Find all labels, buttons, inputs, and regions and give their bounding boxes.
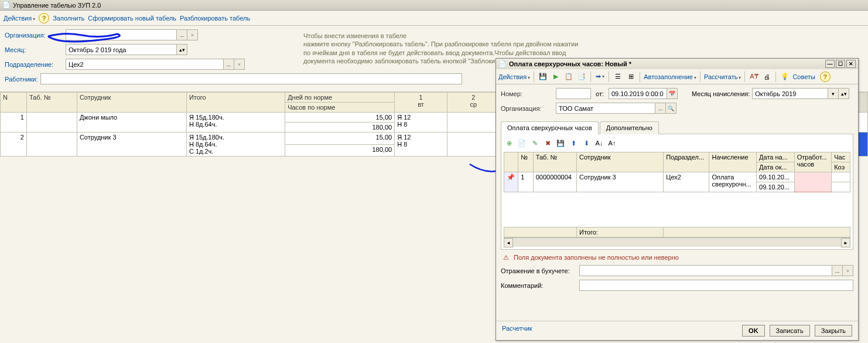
col-n[interactable]: N bbox=[1, 93, 27, 113]
disk-icon[interactable]: 💾 bbox=[555, 138, 566, 148]
grid-toolbar: ⊕ 📄 ✎ ✖ 💾 ⬆ ⬇ A↓ A↑ bbox=[504, 137, 850, 152]
acc-reflect-label: Отражение в бухучете: bbox=[501, 267, 577, 274]
dialog-title: Оплата сверхурочных часов: Новый * bbox=[509, 60, 631, 67]
workers-label: Работники: bbox=[5, 76, 38, 83]
unlock-button[interactable]: Разблокировать табель bbox=[180, 15, 250, 22]
dept-select-button[interactable]: ... bbox=[224, 59, 234, 70]
horizontal-scrollbar[interactable]: ◄ ► bbox=[504, 237, 850, 247]
dcol-date-to[interactable]: Дата ок... bbox=[757, 162, 795, 172]
col-total[interactable]: Итого bbox=[186, 93, 285, 113]
tab-main[interactable]: Оплата сверхурочных часов bbox=[501, 121, 599, 134]
dcol-emp[interactable]: Сотрудник bbox=[577, 152, 664, 172]
help-icon[interactable]: ? bbox=[39, 13, 49, 23]
dialog-toolbar: Действия 💾 ▶ 📋 📑 ➡ ☰ ⊞ Автозаполнение Ра… bbox=[496, 69, 858, 84]
month-spinner[interactable]: ▴▾ bbox=[177, 44, 187, 55]
post-icon[interactable]: ▶ bbox=[551, 72, 561, 82]
new-tabel-button[interactable]: Сформировать новый табель bbox=[88, 15, 176, 22]
tips-button[interactable]: Советы bbox=[792, 73, 815, 80]
struct-icon[interactable]: ⊞ bbox=[626, 72, 636, 82]
from-label: от: bbox=[596, 90, 604, 97]
basis-icon[interactable]: 📑 bbox=[576, 72, 587, 82]
dcol-dept[interactable]: Подраздел... bbox=[664, 152, 709, 172]
move-up-icon[interactable]: ⬆ bbox=[568, 138, 579, 148]
sort-desc-icon[interactable]: A↑ bbox=[607, 138, 617, 148]
accrual-spinner[interactable]: ▴▾ bbox=[839, 88, 849, 99]
num-input[interactable] bbox=[556, 88, 591, 99]
window-title: Управление табелью ЗУП 2.0 bbox=[13, 2, 101, 9]
dialog-org-select-button[interactable]: ... bbox=[655, 103, 666, 114]
move-down-icon[interactable]: ⬇ bbox=[581, 138, 592, 148]
overtime-grid[interactable]: № Таб. № Сотрудник Подраздел... Начислен… bbox=[504, 152, 850, 237]
row-marker-icon: 📌 bbox=[504, 172, 518, 192]
copy-row-icon[interactable]: 📄 bbox=[517, 138, 527, 148]
actions-menu[interactable]: Действия bbox=[4, 15, 35, 22]
comment-label: Комментарий: bbox=[501, 282, 577, 289]
dcol-date-from[interactable]: Дата на... bbox=[757, 152, 795, 162]
sort-asc-icon[interactable]: A↓ bbox=[594, 138, 604, 148]
close-button[interactable]: ✕ bbox=[846, 60, 856, 68]
footer-total-label: Итого: bbox=[577, 227, 664, 237]
calc-link[interactable]: Расчетчик bbox=[502, 325, 532, 337]
dept-input[interactable] bbox=[66, 59, 224, 70]
go-icon[interactable]: ➡ bbox=[594, 72, 605, 82]
dialog-org-input[interactable] bbox=[556, 103, 655, 114]
col-tab[interactable]: Таб. № bbox=[26, 93, 77, 113]
main-toolbar: Действия ? Заполнить Сформировать новый … bbox=[0, 11, 868, 26]
doc-icon: 📄 bbox=[498, 60, 507, 68]
dcol-n[interactable]: № bbox=[518, 152, 533, 172]
print-icon[interactable]: 🖨 bbox=[761, 72, 772, 82]
ok-button[interactable]: OK bbox=[742, 325, 765, 337]
dcol-hours[interactable]: Отработ... часов bbox=[794, 152, 832, 172]
dialog-title-bar[interactable]: 📄 Оплата сверхурочных часов: Новый * — ☐… bbox=[496, 59, 858, 69]
maximize-button[interactable]: ☐ bbox=[836, 60, 845, 68]
col-emp[interactable]: Сотрудник bbox=[77, 93, 186, 113]
minimize-button[interactable]: — bbox=[825, 60, 835, 68]
warning-icon: ⚠ bbox=[502, 253, 510, 262]
num-label: Номер: bbox=[501, 90, 553, 97]
scroll-right-icon[interactable]: ► bbox=[841, 238, 850, 247]
org-label: Организация: bbox=[5, 32, 63, 39]
acc-reflect-clear-button[interactable]: × bbox=[843, 265, 853, 276]
month-label: Месяц: bbox=[5, 46, 63, 53]
edit-row-icon[interactable]: ✎ bbox=[529, 138, 540, 148]
close-dialog-button[interactable]: Закрыть bbox=[815, 325, 852, 337]
tab-additional[interactable]: Дополнительно bbox=[600, 121, 659, 134]
org-input[interactable] bbox=[66, 29, 177, 40]
dept-label: Подразделение: bbox=[5, 61, 63, 68]
acc-reflect-select-button[interactable]: ... bbox=[832, 265, 843, 276]
tree-icon[interactable]: ☰ bbox=[613, 72, 623, 82]
overtime-dialog: 📄 Оплата сверхурочных часов: Новый * — ☐… bbox=[495, 58, 859, 341]
add-row-icon[interactable]: ⊕ bbox=[504, 138, 514, 148]
col-day-1[interactable]: 1вт bbox=[395, 93, 447, 113]
month-input[interactable] bbox=[66, 44, 177, 55]
at-icon[interactable]: A₸ bbox=[749, 72, 759, 82]
col-hours-norm[interactable]: Часов по норме bbox=[285, 103, 395, 113]
dcol-accrual[interactable]: Начисление bbox=[709, 152, 757, 172]
autofill-menu[interactable]: Автозаполнение bbox=[644, 73, 696, 80]
dialog-help-icon[interactable]: ? bbox=[820, 72, 831, 82]
fill-button[interactable]: Заполнить bbox=[53, 15, 84, 22]
save-icon[interactable]: 💾 bbox=[538, 72, 548, 82]
dialog-org-search-button[interactable]: 🔍 bbox=[666, 103, 676, 114]
accrual-select-button[interactable]: ▾ bbox=[828, 88, 839, 99]
delete-row-icon[interactable]: ✖ bbox=[542, 138, 553, 148]
accrual-month-label: Месяц начисления: bbox=[692, 90, 750, 97]
scroll-left-icon[interactable]: ◄ bbox=[504, 238, 513, 247]
org-select-button[interactable]: ... bbox=[177, 29, 187, 40]
tips-lamp-icon[interactable]: 💡 bbox=[780, 72, 790, 82]
acc-reflect-input[interactable] bbox=[579, 265, 832, 276]
list-icon[interactable]: 📋 bbox=[563, 72, 574, 82]
dialog-actions-menu[interactable]: Действия bbox=[498, 73, 530, 80]
accrual-month-input[interactable] bbox=[752, 88, 828, 99]
from-input[interactable] bbox=[609, 88, 667, 99]
org-clear-button[interactable]: × bbox=[187, 29, 198, 40]
dcol-tab[interactable]: Таб. № bbox=[533, 152, 576, 172]
table-row[interactable]: 📌 1 0000000004 Сотрудник 3 Цех2 Оплата с… bbox=[504, 172, 850, 182]
col-days-norm[interactable]: Дней по норме bbox=[285, 93, 395, 103]
col-day-2[interactable]: 2ср bbox=[447, 93, 500, 113]
dept-clear-button[interactable]: × bbox=[234, 59, 245, 70]
comment-input[interactable] bbox=[579, 280, 853, 291]
calendar-button[interactable]: 📅 bbox=[667, 88, 678, 99]
calc-menu[interactable]: Рассчитать bbox=[704, 73, 741, 80]
save-button[interactable]: Записать bbox=[770, 325, 810, 337]
